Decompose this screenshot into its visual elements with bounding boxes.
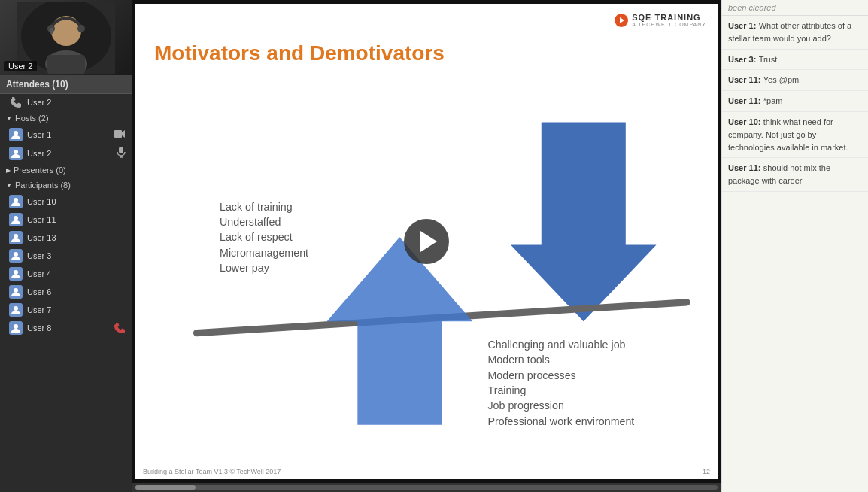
scrollbar-area[interactable] xyxy=(132,483,721,492)
svg-text:Lower pay: Lower pay xyxy=(220,262,270,274)
svg-marker-22 xyxy=(511,123,657,322)
participants-label: Participants (8) xyxy=(15,181,71,190)
chat-user-4: User 10: xyxy=(728,117,760,126)
play-button[interactable] xyxy=(404,219,449,264)
svg-text:Modern processes: Modern processes xyxy=(487,369,575,381)
user-4-name: User 4 xyxy=(27,269,126,278)
participant-user13[interactable]: User 13 xyxy=(0,229,132,247)
svg-point-18 xyxy=(14,270,18,275)
hosts-section-header[interactable]: ▼ Hosts (2) xyxy=(0,111,132,126)
user-icon-13 xyxy=(9,231,23,244)
scrollbar-track[interactable] xyxy=(135,485,718,490)
slide-diagram-svg: Lack of training Understaffed Lack of re… xyxy=(135,60,718,475)
svg-text:Job progression: Job progression xyxy=(487,399,563,412)
participant-user4[interactable]: User 4 xyxy=(0,265,132,283)
user-7-name: User 7 xyxy=(27,305,126,314)
svg-point-20 xyxy=(14,306,18,311)
svg-marker-24 xyxy=(327,237,472,425)
host-badge-2 xyxy=(9,147,23,160)
host-1-name: User 1 xyxy=(27,130,109,139)
host-item-2[interactable]: User 2 xyxy=(0,144,132,162)
logo-text: SQE TRAINING xyxy=(632,13,706,22)
host-item-1[interactable]: User 1 xyxy=(0,126,132,144)
user-8-name: User 8 xyxy=(27,323,109,333)
phone-user-item[interactable]: User 2 xyxy=(0,94,132,111)
svg-rect-9 xyxy=(114,130,122,138)
slide-page-number: 12 xyxy=(703,468,710,475)
chat-cleared-text: been cleared xyxy=(722,0,868,16)
participants-triangle: ▼ xyxy=(6,182,12,189)
scrollbar-thumb[interactable] xyxy=(135,485,196,490)
slide-logo: SQE TRAINING A TECHWELL COMPANY xyxy=(615,13,706,27)
slide-inner: SQE TRAINING A TECHWELL COMPANY Motivato… xyxy=(135,4,718,479)
chat-user-5: User 11: xyxy=(728,163,760,172)
participant-user8[interactable]: User 8 xyxy=(0,319,132,337)
hosts-label: Hosts (2) xyxy=(15,114,49,123)
chat-message-3: User 11: *pam xyxy=(722,91,868,112)
user-11-name: User 11 xyxy=(27,215,126,224)
chat-user-3: User 11: xyxy=(728,96,760,105)
chat-user-0: User 1: xyxy=(728,21,756,30)
attendees-header: Attendees (10) xyxy=(0,75,132,94)
svg-text:Training: Training xyxy=(487,384,526,396)
webcam-area: User 2 xyxy=(0,0,132,75)
svg-text:Professional work environment: Professional work environment xyxy=(487,415,634,427)
svg-text:Challenging and valuable job: Challenging and valuable job xyxy=(487,339,625,351)
phone-user-name: User 2 xyxy=(27,98,126,107)
svg-point-21 xyxy=(14,324,18,329)
svg-line-23 xyxy=(196,302,687,333)
mic-badge-icon xyxy=(117,146,126,160)
svg-point-8 xyxy=(14,131,18,135)
participants-section-header[interactable]: ▼ Participants (8) xyxy=(0,178,132,193)
user-3-name: User 3 xyxy=(27,251,126,260)
user-icon-11 xyxy=(9,213,23,226)
user-icon-7 xyxy=(9,303,23,317)
participant-user11[interactable]: User 11 xyxy=(0,211,132,229)
sidebar: User 2 Attendees (10) User 2 ▼ Hosts (2) xyxy=(0,0,132,492)
play-triangle-icon xyxy=(420,231,437,252)
user-6-name: User 6 xyxy=(27,287,126,296)
logo-sub: A TECHWELL COMPANY xyxy=(632,22,706,27)
chat-text-2: Yes @pm xyxy=(763,75,799,84)
host-user-icon-1 xyxy=(11,129,21,140)
svg-point-10 xyxy=(14,150,18,154)
user-icon-6 xyxy=(9,285,23,299)
svg-rect-7 xyxy=(47,55,85,74)
slide-title: Motivators and Demotivators xyxy=(154,41,699,65)
svg-point-14 xyxy=(14,198,18,202)
chat-user-2: User 11: xyxy=(728,75,760,84)
host-2-name: User 2 xyxy=(27,149,112,158)
user-icon-8 xyxy=(9,321,23,335)
presenters-label: Presenters (0) xyxy=(14,166,66,175)
chat-message-1: User 3: Trust xyxy=(722,50,868,71)
slide-footer: Building a Stellar Team V1.3 © TechWell … xyxy=(143,468,281,475)
svg-text:Micromanagement: Micromanagement xyxy=(220,247,308,259)
svg-point-16 xyxy=(14,234,18,238)
host-badge-1 xyxy=(9,128,23,141)
svg-rect-11 xyxy=(119,147,123,153)
svg-text:Understaffed: Understaffed xyxy=(220,216,281,228)
participant-user7[interactable]: User 7 xyxy=(0,301,132,319)
chat-text-3: *pam xyxy=(763,96,783,105)
phone-icon xyxy=(9,96,23,108)
presenters-section-header[interactable]: ▶ Presenters (0) xyxy=(0,162,132,178)
presenters-triangle: ▶ xyxy=(6,167,11,174)
chat-message-2: User 11: Yes @pm xyxy=(722,70,868,91)
user-icon-3 xyxy=(9,249,23,263)
user-13-name: User 13 xyxy=(27,233,126,242)
slide-area: SQE TRAINING A TECHWELL COMPANY Motivato… xyxy=(135,4,718,479)
svg-text:Lack of respect: Lack of respect xyxy=(220,231,293,243)
chat-message-4: User 10: think what need for company. No… xyxy=(722,112,868,158)
logo-play-icon xyxy=(620,17,624,23)
svg-rect-5 xyxy=(50,28,53,34)
svg-point-15 xyxy=(14,216,18,220)
phone-red-icon xyxy=(114,322,126,335)
participant-user3[interactable]: User 3 xyxy=(0,247,132,265)
participant-user6[interactable]: User 6 xyxy=(0,283,132,301)
svg-text:Lack of training: Lack of training xyxy=(220,201,293,213)
attendees-panel: Attendees (10) User 2 ▼ Hosts (2) Us xyxy=(0,75,132,492)
logo-text-block: SQE TRAINING A TECHWELL COMPANY xyxy=(632,13,706,27)
host-user-icon-2 xyxy=(11,148,21,159)
participant-user10[interactable]: User 10 xyxy=(0,193,132,211)
svg-text:Modern tools: Modern tools xyxy=(487,354,549,366)
